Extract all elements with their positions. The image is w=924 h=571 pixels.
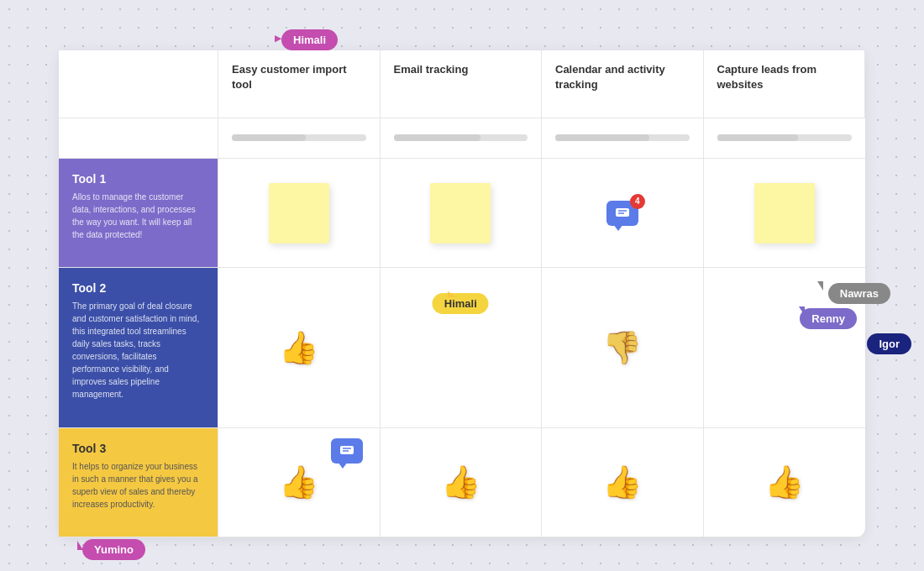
progress-fill-2 [394,134,481,141]
igor-label: Igor [867,333,911,354]
thumbs-up-t3c4: 👍 [764,466,804,498]
thumbs-up-t3c2: 👍 [441,466,480,498]
renny-cursor [799,306,805,316]
progress-fill-4 [717,134,798,141]
tool3-title: Tool 3 [72,442,204,455]
progress-fill-1 [232,134,306,141]
thumbs-up-t3c1: 👍 [279,466,318,498]
nawras-cursor [817,281,823,291]
tool3-label: Tool 3 It helps to organize your busines… [59,428,218,537]
tool3-desc: It helps to organize your business in su… [72,460,204,511]
progress-bg-2 [394,134,528,141]
nawras-label: Nawras [828,283,890,304]
tool3-col1-cell: 👍 [218,428,381,537]
tool1-col1-cell [218,159,381,268]
col1-header: Easy customer import tool [218,50,381,118]
sticky-note-t1c4 [754,183,815,244]
tool2-title: Tool 2 [72,281,204,295]
main-grid: Easy customer import tool Email tracking… [59,50,865,537]
progress-fill-3 [555,134,649,141]
progress-col3 [542,118,704,159]
progress-bg-1 [232,134,366,141]
col2-header: Email tracking [381,50,543,118]
board-container: Himali Easy customer import tool Email t… [59,50,865,537]
tool1-col2-cell [381,159,543,268]
yumino-label: Yumino [82,539,145,560]
tool1-label: Tool 1 Allos to manage the customer data… [59,159,218,268]
progress-col4 [704,118,866,159]
tool2-col1-cell: 👍 [218,268,381,427]
himali-top-label: Himali [281,29,338,50]
himali-mid-label: Himali [433,293,489,314]
chat-badge: 4 [630,194,645,209]
sticky-note-t1c1 [269,183,329,244]
col4-header: Capture leads from websites [704,50,866,118]
tool3-col2-cell: 👍 [381,428,543,537]
tool2-desc: The primary goal of deal closure and cus… [72,300,204,401]
progress-col2 [381,118,543,159]
svg-rect-0 [616,208,629,217]
col3-header: Calendar and activity tracking [542,50,704,118]
msg-icon-t3c1 [331,438,363,464]
svg-rect-3 [340,446,354,454]
sticky-note-t1c2 [430,183,491,244]
header-corner [59,50,218,118]
progress-bg-4 [717,134,853,141]
tool1-title: Tool 1 [72,172,204,186]
himali-cursor-arrow [448,291,457,297]
progress-col1 [218,118,381,159]
chat-bubble-t1c3: 4 [606,201,638,226]
tool2-label: Tool 2 The primary goal of deal closure … [59,268,218,427]
tool1-col3-cell: 4 [542,159,704,268]
tool3-col4-cell: 👍 [704,428,866,537]
tool2-col4-cell: Nawras Renny Igor [704,268,866,427]
tool2-col3-cell: 👎 [542,268,704,427]
yumino-cursor [77,541,83,550]
renny-label: Renny [800,308,857,329]
thumbs-down-t2c3: 👎 [602,332,642,364]
thumbs-up-t2c1: 👍 [279,332,318,364]
tool3-col3-cell: 👍 [542,428,704,537]
progress-bg-3 [555,134,690,141]
progress-label-cell [59,118,218,159]
tool1-col4-cell [704,159,866,268]
tool1-desc: Allos to manage the customer data, inter… [72,191,204,241]
thumbs-up-t3c3: 👍 [602,466,642,498]
tool2-col2-cell: Himali [381,268,543,427]
